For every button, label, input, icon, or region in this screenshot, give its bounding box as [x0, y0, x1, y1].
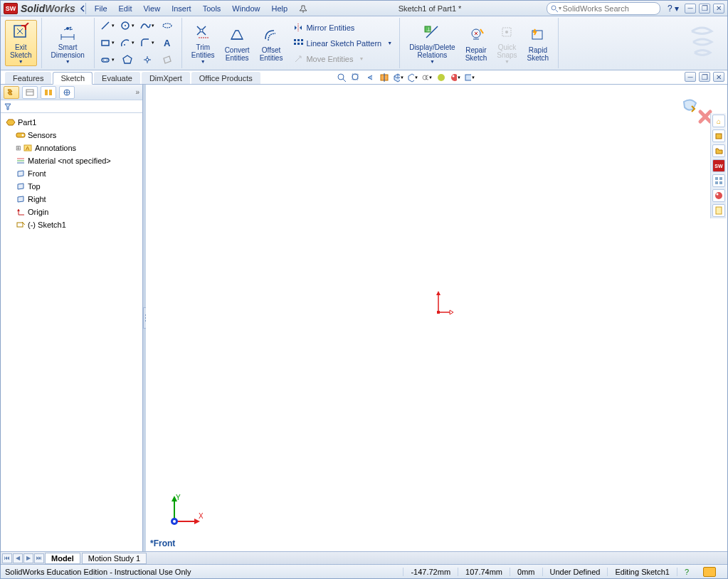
sketch-indicator[interactable] — [703, 567, 716, 577]
offset-icon — [261, 25, 281, 45]
menu-pin-icon[interactable] — [293, 3, 313, 14]
svg-point-11 — [125, 25, 126, 26]
rapid-sketch-button[interactable]: Rapid Sketch — [522, 23, 554, 64]
text-tool[interactable]: A — [159, 36, 176, 50]
trim-entities-button[interactable]: Trim Entities ▼ — [186, 20, 220, 66]
dropdown-arrow-icon[interactable]: ▼ — [19, 59, 23, 64]
menu-window[interactable]: Window — [226, 3, 265, 14]
menu-collapse-icon[interactable] — [80, 4, 85, 13]
app-title: SolidWorks — [21, 3, 75, 14]
tree-material[interactable]: Material <not specified> — [2, 154, 141, 167]
repair-sketch-button[interactable]: Repair Sketch — [460, 23, 492, 64]
exit-sketch-button[interactable]: Exit Sketch ▼ — [5, 20, 37, 66]
sketch-origin-marker[interactable] — [434, 291, 455, 317]
tab-office-products[interactable]: Office Products — [191, 72, 260, 84]
tree-root-part[interactable]: Part1 — [2, 116, 141, 129]
hide-show-icon[interactable]: ▼ — [421, 72, 433, 83]
circle-tool[interactable]: ▼ — [119, 18, 136, 33]
doc-close-button[interactable]: ✕ — [713, 72, 724, 82]
tab-nav-next[interactable]: ▶ — [23, 553, 33, 563]
sw-resources-icon[interactable]: SW — [712, 159, 725, 172]
feature-manager-tab[interactable] — [4, 86, 19, 99]
dimxpert-manager-tab[interactable] — [59, 86, 75, 99]
tab-nav-prev[interactable]: ◀ — [13, 553, 23, 563]
fillet-tool[interactable]: ▼ — [139, 36, 156, 50]
scene-icon[interactable] — [435, 72, 448, 83]
convert-entities-button[interactable]: Convert Entities — [220, 23, 255, 64]
menu-view[interactable]: View — [137, 3, 166, 14]
tab-nav-last[interactable]: ⏭ — [34, 553, 44, 563]
linear-pattern-button[interactable]: Linear Sketch Pattern ▼ — [290, 36, 395, 51]
model-tab[interactable]: Model — [45, 553, 80, 564]
arc-tool[interactable]: ▼ — [119, 36, 136, 50]
view-label: *Front — [150, 538, 175, 548]
configuration-manager-tab[interactable] — [41, 86, 56, 99]
svg-point-88 — [717, 193, 719, 196]
appearance-icon[interactable]: ▼ — [449, 72, 462, 83]
view-palette-icon[interactable] — [712, 174, 725, 187]
svg-rect-28 — [294, 39, 296, 41]
expand-icon[interactable]: ⊞ — [15, 144, 22, 152]
tab-nav-first[interactable]: ⏮ — [2, 553, 12, 563]
tab-sketch[interactable]: Sketch — [53, 72, 93, 85]
custom-properties-icon[interactable] — [712, 204, 725, 217]
offset-entities-button[interactable]: Offset Entities — [255, 23, 288, 64]
previous-view-icon[interactable] — [364, 72, 376, 83]
tree-sensors[interactable]: Sensors — [2, 129, 141, 142]
display-style-icon[interactable]: ▼ — [406, 72, 419, 83]
move-entities-button: Move Entities ▼ — [290, 52, 395, 66]
tree-origin[interactable]: Origin — [2, 206, 141, 218]
snaps-icon — [497, 22, 517, 42]
svg-point-25 — [200, 29, 203, 32]
search-input[interactable] — [563, 4, 657, 13]
slot-tool[interactable]: ▼ — [99, 53, 116, 67]
spline-tool[interactable]: ▼ — [139, 18, 156, 33]
display-relations-button[interactable]: ⊥ Display/Delete Relations ▼ — [404, 20, 460, 66]
restore-button[interactable]: ❐ — [699, 4, 710, 14]
tree-top-plane[interactable]: Top — [2, 180, 141, 193]
home-icon[interactable]: ⌂ — [712, 115, 725, 127]
design-library-icon[interactable] — [712, 129, 725, 142]
motion-study-tab[interactable]: Motion Study 1 — [82, 553, 147, 564]
appearances-icon[interactable] — [712, 189, 725, 202]
menu-file[interactable]: File — [89, 3, 113, 14]
tree-sketch1[interactable]: (-) Sketch1 — [2, 218, 141, 231]
graphics-viewport[interactable]: Y X *Front ⌂ SW — [146, 85, 727, 551]
status-help-icon[interactable]: ? — [677, 568, 696, 576]
view-orientation-icon[interactable]: ▼ — [392, 72, 405, 83]
mirror-entities-button[interactable]: Mirror Entities — [290, 21, 395, 35]
tab-features[interactable]: Features — [5, 72, 51, 84]
rectangle-tool[interactable]: ▼ — [99, 36, 116, 50]
doc-minimize-button[interactable]: ─ — [685, 72, 696, 82]
tab-evaluate[interactable]: Evaluate — [94, 72, 140, 84]
zoom-fit-icon[interactable] — [335, 72, 348, 83]
tree-right-plane[interactable]: Right — [2, 193, 141, 206]
render-icon[interactable]: ▼ — [463, 72, 476, 83]
smart-dimension-button[interactable]: Smart Dimension ▼ — [46, 20, 90, 66]
expand-panel-icon[interactable]: » — [135, 88, 139, 96]
svg-rect-70 — [17, 223, 23, 227]
help-button[interactable]: ? ▾ — [665, 4, 682, 14]
section-view-icon[interactable] — [378, 72, 391, 83]
point-tool[interactable] — [139, 53, 156, 67]
filter-icon[interactable] — [4, 102, 12, 111]
tab-dimxpert[interactable]: DimXpert — [142, 72, 190, 84]
search-box[interactable]: ▼ — [547, 2, 660, 15]
pattern-icon — [293, 38, 303, 48]
menu-edit[interactable]: Edit — [113, 3, 138, 14]
line-tool[interactable]: ▼ — [99, 18, 116, 33]
menu-insert[interactable]: Insert — [166, 3, 197, 14]
menu-help[interactable]: Help — [265, 3, 293, 14]
close-button[interactable]: ✕ — [713, 4, 724, 14]
doc-restore-button[interactable]: ❐ — [699, 72, 710, 82]
menu-tools[interactable]: Tools — [197, 3, 227, 14]
minimize-button[interactable]: ─ — [685, 4, 696, 14]
file-explorer-icon[interactable] — [712, 144, 725, 157]
polygon-tool[interactable] — [119, 53, 136, 67]
zoom-area-icon[interactable] — [349, 72, 362, 83]
tree-annotations[interactable]: ⊞ A Annotations — [2, 142, 141, 154]
tree-front-plane[interactable]: Front — [2, 167, 141, 180]
property-manager-tab[interactable] — [22, 86, 38, 99]
plane-tool[interactable] — [159, 53, 176, 67]
ellipse-tool[interactable] — [159, 18, 176, 33]
